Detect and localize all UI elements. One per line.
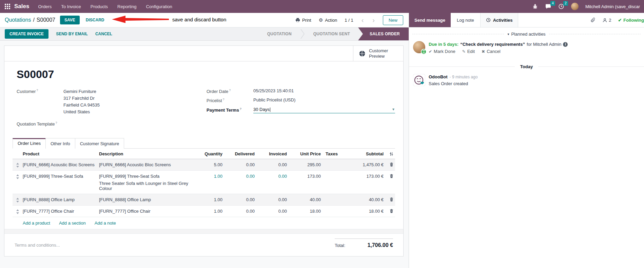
cell-product[interactable]: [FURN_8999] Three-Seat Sofa	[23, 174, 99, 179]
drag-handle-icon[interactable]	[13, 209, 23, 214]
cancel-button[interactable]: CANCEL	[95, 32, 112, 36]
odoobot-avatar	[413, 74, 425, 86]
tab-order-lines[interactable]: Order Lines	[13, 138, 45, 149]
stage-sales-order[interactable]: SALES ORDER	[358, 27, 409, 40]
table-tail-strip	[4, 229, 403, 234]
cell-description[interactable]: [FURN_6666] Acoustic Bloc Screens	[99, 162, 194, 167]
pager-next-icon[interactable]: ›	[372, 17, 375, 23]
drag-handle-icon[interactable]	[13, 197, 23, 203]
messages-icon[interactable]: 4	[545, 3, 551, 9]
send-by-email-button[interactable]: SEND BY EMAIL	[56, 32, 88, 36]
delete-row-icon[interactable]	[384, 174, 395, 178]
activity-avatar	[413, 41, 425, 53]
cell-quantity[interactable]: 1.00	[194, 174, 222, 179]
user-name[interactable]: Mitchell Admin (save_discar	[585, 4, 640, 9]
discard-button[interactable]: DISCARD	[86, 18, 104, 22]
table-row[interactable]: [FURN_8888] Office Lamp [FURN_8888] Offi…	[13, 194, 395, 206]
header-delivered[interactable]: Delivered	[222, 151, 255, 156]
print-button[interactable]: Print	[295, 18, 311, 23]
cell-invoiced[interactable]: 0.00	[255, 162, 287, 167]
table-row[interactable]: [FURN_8999] Three-Seat Sofa [FURN_8999] …	[13, 171, 395, 194]
log-note-button[interactable]: Log note	[451, 13, 480, 27]
cell-description[interactable]: [FURN_8888] Office Lamp	[99, 197, 194, 202]
cell-unit-price[interactable]: 173.00	[287, 174, 321, 179]
customer-link[interactable]: Gemini Furniture	[63, 88, 207, 95]
header-invoiced[interactable]: Invoiced	[255, 151, 287, 156]
cell-product[interactable]: [FURN_6666] Acoustic Bloc Screens	[23, 162, 99, 167]
drag-handle-icon[interactable]	[13, 174, 23, 179]
add-section-link[interactable]: Add a section	[59, 221, 86, 226]
cell-quantity[interactable]: 1.00	[194, 209, 222, 214]
terms-placeholder[interactable]: Terms and conditions...	[15, 238, 60, 248]
cell-unit-price[interactable]: 295.00	[287, 162, 321, 167]
stage-quotation[interactable]: QUOTATION	[259, 27, 300, 40]
cell-product[interactable]: [FURN_8888] Office Lamp	[23, 197, 99, 202]
cell-unit-price[interactable]: 18.00	[287, 209, 321, 214]
nav-item-orders[interactable]: Orders	[38, 4, 52, 9]
cell-product[interactable]: [FURN_7777] Office Chair	[23, 209, 99, 214]
cell-invoiced[interactable]: 0.00	[255, 197, 287, 202]
cell-description[interactable]: [FURN_7777] Office Chair	[99, 209, 194, 214]
nav-item-reporting[interactable]: Reporting	[117, 4, 136, 9]
send-message-button[interactable]: Send message	[409, 13, 451, 27]
nav-item-to-invoice[interactable]: To Invoice	[61, 4, 81, 9]
cell-unit-price[interactable]: 40.00	[287, 197, 321, 202]
apps-grid-icon[interactable]	[5, 4, 10, 9]
cell-delivered[interactable]: 0.00	[222, 162, 255, 167]
planned-activities-toggle[interactable]: ▾ Planned activities	[504, 32, 549, 37]
add-product-link[interactable]: Add a product	[23, 221, 50, 226]
quotation-template-field[interactable]	[63, 121, 207, 127]
cell-quantity[interactable]: 5.00	[194, 162, 222, 167]
header-subtotal[interactable]: Subtotal	[345, 151, 384, 156]
tab-customer-signature[interactable]: Customer Signature	[75, 138, 124, 149]
header-unit-price[interactable]: Unit Price	[287, 151, 321, 156]
cell-delivered[interactable]: 0.00	[222, 174, 255, 179]
pager-previous-icon[interactable]: ‹	[361, 17, 365, 23]
payment-terms-input[interactable]: 30 Days ▾	[253, 107, 395, 113]
save-button[interactable]: SAVE	[60, 16, 80, 24]
table-row[interactable]: [FURN_6666] Acoustic Bloc Screens [FURN_…	[13, 159, 395, 171]
pricelist-value[interactable]: Public Pricelist (USD)	[253, 97, 395, 103]
header-product[interactable]: Product	[23, 151, 99, 156]
cell-delivered[interactable]: 0.00	[222, 197, 255, 202]
order-date-value[interactable]: 05/25/2023 15:40:01	[253, 88, 395, 94]
add-note-link[interactable]: Add a note	[95, 221, 116, 226]
app-name[interactable]: Sales	[14, 3, 29, 10]
delete-row-icon[interactable]	[384, 162, 395, 167]
edit-activity-button[interactable]: ✎ Edit	[462, 49, 475, 54]
nav-item-configuration[interactable]: Configuration	[146, 4, 172, 9]
tab-other-info[interactable]: Other Info	[45, 138, 75, 149]
customer-preview-button[interactable]: Customer Preview	[353, 46, 403, 61]
delete-row-icon[interactable]	[384, 197, 395, 202]
cell-quantity[interactable]: 1.00	[194, 197, 222, 202]
drag-handle-icon[interactable]	[13, 162, 23, 168]
following-button[interactable]: ✔ Following	[618, 18, 644, 23]
header-description[interactable]: Description	[99, 151, 194, 156]
table-row[interactable]: [FURN_7777] Office Chair [FURN_7777] Off…	[13, 206, 395, 217]
nav-item-products[interactable]: Products	[91, 4, 108, 9]
header-taxes[interactable]: Taxes	[321, 151, 345, 156]
action-button[interactable]: ⚙ Action	[319, 17, 337, 23]
cell-delivered[interactable]: 0.00	[222, 209, 255, 214]
message-author[interactable]: OdooBot	[429, 74, 448, 79]
stage-quotation-sent[interactable]: QUOTATION SENT	[305, 27, 358, 40]
attachment-icon[interactable]	[590, 17, 596, 23]
followers-button[interactable]: 2	[602, 18, 611, 23]
breadcrumb-quotations[interactable]: Quotations	[5, 17, 31, 23]
chevron-down-icon[interactable]: ▾	[392, 107, 394, 112]
user-avatar[interactable]	[571, 3, 579, 10]
cell-invoiced[interactable]: 0.00	[255, 209, 287, 214]
cell-description[interactable]: [FURN_8999] Three-Seat SofaThree Seater …	[99, 174, 194, 191]
bug-icon[interactable]	[532, 3, 538, 9]
header-quantity[interactable]: Quantity	[194, 151, 222, 156]
mark-done-button[interactable]: ✔ Mark Done	[429, 49, 455, 54]
delete-row-icon[interactable]	[384, 209, 395, 213]
cell-invoiced[interactable]: 0.00	[255, 174, 287, 179]
activities-clock-icon[interactable]: 2	[558, 3, 564, 9]
info-icon[interactable]: i	[563, 42, 568, 47]
activities-tab[interactable]: Activities	[480, 13, 519, 27]
cancel-activity-button[interactable]: ✖ Cancel	[482, 49, 501, 54]
new-button[interactable]: New	[383, 15, 403, 25]
optional-columns-icon[interactable]	[384, 152, 395, 156]
create-invoice-button[interactable]: CREATE INVOICE	[5, 29, 48, 39]
